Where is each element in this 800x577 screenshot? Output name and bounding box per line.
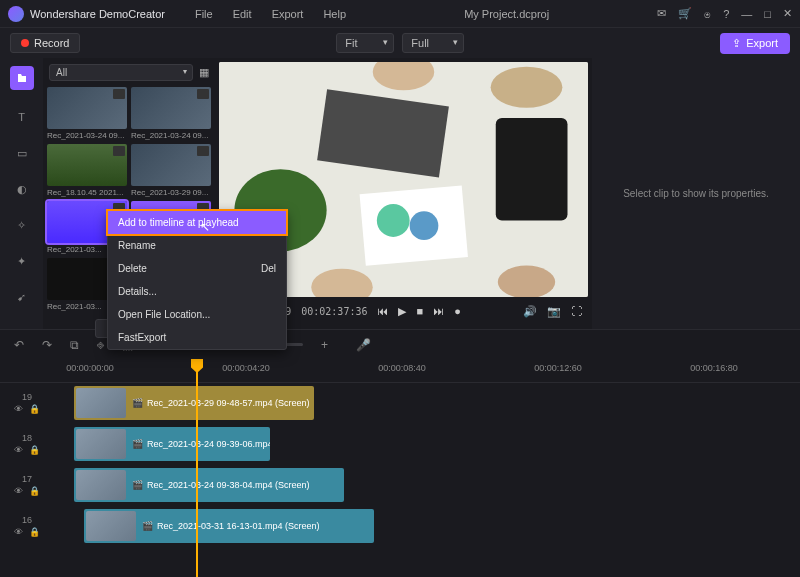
minimize-icon[interactable]: — (741, 8, 752, 20)
visibility-icon[interactable]: 👁 (14, 445, 23, 455)
svg-rect-3 (496, 118, 568, 221)
caption-tab-icon[interactable]: ▭ (13, 144, 31, 162)
clip-media-icon: 🎬 (132, 480, 143, 490)
export-button[interactable]: ⇪ Export (720, 33, 790, 54)
media-item[interactable]: Rec_2021-03-24 09... (47, 87, 127, 140)
clip-label: Rec_2021-03-24 09-38-04.mp4 (Screen) (147, 480, 310, 490)
cm-details[interactable]: Details... (108, 280, 286, 303)
full-dropdown[interactable]: Full (402, 33, 464, 53)
playhead[interactable] (196, 359, 198, 577)
menu-help[interactable]: Help (313, 4, 356, 24)
clip-label: Rec_2021-03-31 16-13-01.mp4 (Screen) (157, 521, 320, 531)
text-tab-icon[interactable]: T (13, 108, 31, 126)
title-bar: Wondershare DemoCreator File Edit Export… (0, 0, 800, 28)
undo-button[interactable]: ↶ (14, 338, 24, 352)
lock-icon[interactable]: 🔒 (29, 486, 40, 496)
visibility-icon[interactable]: 👁 (14, 527, 23, 537)
visibility-icon[interactable]: 👁 (14, 486, 23, 496)
timeline-clip[interactable]: 🎬Rec_2021-03-24 09-39-06.mp4 (74, 427, 270, 461)
media-item[interactable]: Rec_18.10.45 2021... (47, 144, 127, 197)
mic-button[interactable]: 🎤 (356, 338, 371, 352)
lock-icon[interactable]: 🔒 (29, 404, 40, 414)
cm-open-location[interactable]: Open File Location... (108, 303, 286, 326)
media-item[interactable]: Rec_2021-03-29 09... (131, 144, 211, 197)
effects-tab-icon[interactable]: ◐ (13, 180, 31, 198)
lock-icon[interactable]: 🔒 (29, 445, 40, 455)
prev-frame-button[interactable]: ⏮ (377, 305, 388, 317)
next-frame-button[interactable]: ⏭ (433, 305, 444, 317)
app-name: Wondershare DemoCreator (30, 8, 165, 20)
snapshot-icon[interactable]: 📷 (547, 305, 561, 318)
timeline-clip[interactable]: 🎬Rec_2021-03-24 09-38-04.mp4 (Screen) (74, 468, 344, 502)
track-number: 18 (22, 433, 32, 443)
stop-button[interactable]: ■ (416, 305, 423, 317)
visibility-icon[interactable]: 👁 (14, 404, 23, 414)
left-sidebar: T ▭ ◐ ✧ ✦ ➹ (0, 58, 43, 329)
project-title: My Project.dcproj (356, 8, 657, 20)
record-dot-icon (21, 39, 29, 47)
menu-export[interactable]: Export (262, 4, 314, 24)
cm-rename[interactable]: Rename (108, 234, 286, 257)
clip-thumbnail (86, 511, 136, 541)
timeline-track: 17 👁🔒 🎬Rec_2021-03-24 09-38-04.mp4 (Scre… (0, 465, 800, 505)
timeline-track: 16 👁🔒 🎬Rec_2021-03-31 16-13-01.mp4 (Scre… (0, 506, 800, 546)
timeline-clip[interactable]: 🎬Rec_2021-03-29 09-48-57.mp4 (Screen) (74, 386, 314, 420)
clip-thumbnail (76, 388, 126, 418)
timeline-ruler[interactable]: 00:00:00:00 00:00:04:20 00:00:08:40 00:0… (0, 359, 800, 383)
timeline-clip[interactable]: 🎬Rec_2021-03-31 16-13-01.mp4 (Screen) (84, 509, 374, 543)
zoom-in-button[interactable]: + (321, 338, 328, 352)
cart-icon[interactable]: 🛒 (678, 7, 692, 20)
transitions-tab-icon[interactable]: ✦ (13, 252, 31, 270)
track-number: 19 (22, 392, 32, 402)
clip-media-icon: 🎬 (142, 521, 153, 531)
cursor-tab-icon[interactable]: ➹ (13, 288, 31, 306)
total-time: 00:02:37:36 (301, 306, 367, 317)
help-icon[interactable]: ? (723, 8, 729, 20)
split-button[interactable]: ⎆ (97, 338, 104, 352)
cm-fast-export[interactable]: FastExport (108, 326, 286, 349)
cm-add-to-timeline[interactable]: Add to timeline at playhead (108, 211, 286, 234)
track-header: 16 👁🔒 (0, 515, 54, 537)
crop-button[interactable]: ⧉ (70, 338, 79, 352)
clip-label: Rec_2021-03-24 09-39-06.mp4 (147, 439, 270, 449)
menu-file[interactable]: File (185, 4, 223, 24)
export-icon: ⇪ (732, 37, 741, 50)
clip-media-icon: 🎬 (132, 439, 143, 449)
user-icon[interactable]: ⍟ (704, 8, 711, 20)
properties-empty-text: Select clip to show its properties. (623, 188, 769, 199)
lock-icon[interactable]: 🔒 (29, 527, 40, 537)
clip-thumbnail (76, 470, 126, 500)
track-number: 16 (22, 515, 32, 525)
media-item[interactable]: Rec_2021-03-24 09... (131, 87, 211, 140)
redo-button[interactable]: ↷ (42, 338, 52, 352)
close-icon[interactable]: ✕ (783, 7, 792, 20)
svg-point-10 (498, 266, 555, 297)
volume-icon[interactable]: 🔊 (523, 305, 537, 318)
media-filter-dropdown[interactable]: All (49, 64, 193, 81)
svg-point-5 (377, 204, 410, 237)
grid-view-icon[interactable]: ▦ (199, 66, 209, 79)
timeline-track: 19 👁🔒 🎬Rec_2021-03-29 09-48-57.mp4 (Scre… (0, 383, 800, 423)
mail-icon[interactable]: ✉ (657, 7, 666, 20)
maximize-icon[interactable]: □ (764, 8, 771, 20)
export-label: Export (746, 37, 778, 49)
fit-dropdown[interactable]: Fit (336, 33, 394, 53)
svg-point-8 (491, 67, 563, 108)
timeline-track: 18 👁🔒 🎬Rec_2021-03-24 09-39-06.mp4 (0, 424, 800, 464)
cm-delete[interactable]: DeleteDel (108, 257, 286, 280)
media-tab-icon[interactable] (10, 66, 34, 90)
cursor-icon: ↖ (200, 220, 210, 234)
loop-button[interactable]: ● (454, 305, 461, 317)
track-header: 18 👁🔒 (0, 433, 54, 455)
menu-edit[interactable]: Edit (223, 4, 262, 24)
track-header: 17 👁🔒 (0, 474, 54, 496)
context-menu: Add to timeline at playhead Rename Delet… (107, 210, 287, 350)
record-button[interactable]: Record (10, 33, 80, 53)
fullscreen-icon[interactable]: ⛶ (571, 305, 582, 317)
timeline: 00:00:00:00 00:00:04:20 00:00:08:40 00:0… (0, 359, 800, 577)
main-toolbar: Record Fit Full ⇪ Export (0, 28, 800, 58)
play-button[interactable]: ▶ (398, 305, 406, 318)
clip-thumbnail (76, 429, 126, 459)
stickers-tab-icon[interactable]: ✧ (13, 216, 31, 234)
properties-panel: Select clip to show its properties. (592, 58, 800, 329)
